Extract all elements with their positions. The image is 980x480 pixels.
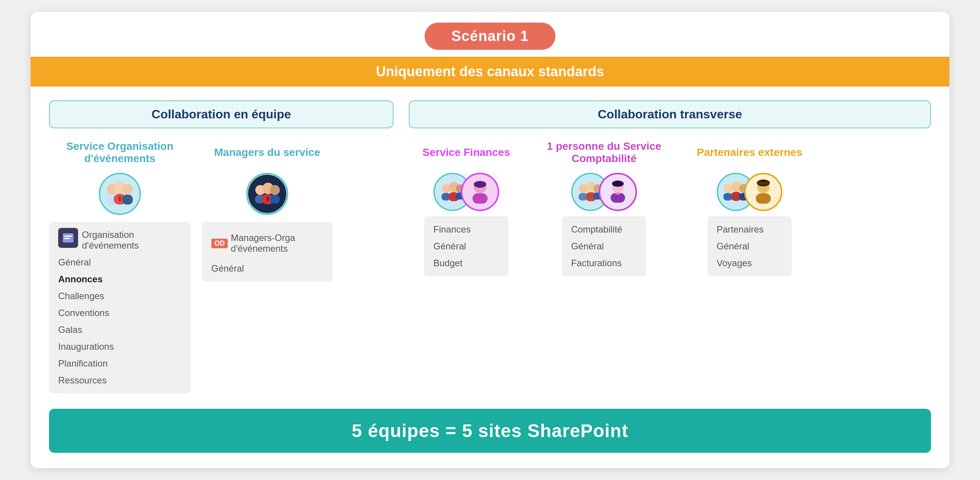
svg-point-41 <box>612 180 624 187</box>
svg-point-18 <box>270 185 280 195</box>
main-card: Scénario 1 Uniquement des canaux standar… <box>31 12 949 468</box>
team-managers: Managers du service <box>202 139 332 393</box>
channel-general-2: Général <box>211 260 323 277</box>
team-managers-title: Managers du service <box>214 139 320 166</box>
section-left: Collaboration en équipe Service Organisa… <box>49 100 394 393</box>
svg-point-30 <box>474 181 486 188</box>
channel-ressources: Ressources <box>58 372 181 389</box>
svg-rect-29 <box>472 193 488 204</box>
channel-row-org-events: Organisation d'événements <box>58 226 181 254</box>
svg-rect-17 <box>267 197 269 201</box>
svg-rect-42 <box>616 193 621 195</box>
channel-general-1: Général <box>58 254 181 271</box>
team-finances-title: Service Finances <box>423 139 510 166</box>
channel-galas: Galas <box>58 321 181 338</box>
partenaires-avatar-2 <box>744 173 782 211</box>
channel-facturations: Facturations <box>571 255 637 272</box>
svg-rect-7 <box>119 196 121 202</box>
finances-avatar-2 <box>461 173 499 211</box>
scenario-subtitle: Uniquement des canaux standards <box>31 57 949 87</box>
scenario-badge: Scénario 1 <box>425 23 555 50</box>
scenario-header: Scénario 1 Uniquement des canaux standar… <box>31 12 949 87</box>
footer-bar: 5 équipes = 5 sites SharePoint <box>49 409 931 453</box>
channel-partenaires: Partenaires <box>717 221 782 238</box>
channel-general-4: Général <box>571 238 637 255</box>
channel-comptabilite: Comptabilité <box>571 221 637 238</box>
footer-text: 5 équipes = 5 sites SharePoint <box>49 420 931 441</box>
team-comptabilite: 1 personne du ServiceComptabilité <box>539 139 669 276</box>
team-org-channels: Organisation d'événements Général Annonc… <box>49 222 191 393</box>
od-badge: OD <box>211 239 228 248</box>
svg-rect-54 <box>757 182 769 184</box>
team-partenaires-title: Partenaires externes <box>697 139 802 166</box>
main-content: Collaboration en équipe Service Organisa… <box>31 87 949 409</box>
team-partenaires: Partenaires externes <box>684 139 815 276</box>
channel-voyages: Voyages <box>717 255 782 272</box>
team-org: Service Organisationd'événements <box>49 139 191 393</box>
team-org-avatar <box>99 173 141 215</box>
svg-rect-6 <box>122 195 133 205</box>
team-managers-avatar <box>246 173 288 215</box>
finances-avatars <box>433 173 499 211</box>
section-right: Collaboration transverse Service Finance… <box>409 100 931 393</box>
right-section-title: Collaboration transverse <box>409 100 931 128</box>
team-finances: Service Finances <box>409 139 524 276</box>
channel-org-events: Organisation d'événements <box>82 226 181 254</box>
team-managers-channels: OD Managers-Orga d'événements Général <box>202 222 332 282</box>
channel-conventions: Conventions <box>58 305 181 321</box>
svg-point-5 <box>122 184 133 195</box>
separator <box>394 100 409 393</box>
svg-point-44 <box>724 184 733 193</box>
compta-channels: Comptabilité Général Facturations <box>562 216 646 276</box>
org-icon <box>58 228 78 248</box>
partenaires-channels: Partenaires Général Voyages <box>707 216 792 276</box>
svg-rect-19 <box>270 195 280 203</box>
channel-budget: Budget <box>433 255 499 272</box>
channel-general-3: Général <box>433 238 499 255</box>
channel-challenges: Challenges <box>58 288 181 305</box>
channel-finances: Finances <box>433 221 499 238</box>
partenaires-avatars <box>717 173 782 211</box>
team-comptabilite-title: 1 personne du ServiceComptabilité <box>547 139 662 166</box>
finances-channels: Finances Général Budget <box>424 216 508 276</box>
compta-avatars <box>571 173 637 211</box>
transverse-teams-row: Service Finances <box>409 139 931 276</box>
channel-managers-orga: Managers-Orga d'événements <box>231 229 323 257</box>
channel-annonces: Annonces <box>58 271 181 288</box>
team-org-title: Service Organisationd'événements <box>66 139 173 166</box>
channel-planification: Planification <box>58 355 181 372</box>
compta-avatar-2 <box>599 173 637 211</box>
svg-rect-52 <box>756 193 771 204</box>
channel-inaugurations: Inaugurations <box>58 338 181 355</box>
left-teams-row: Service Organisationd'événements <box>49 139 394 393</box>
svg-rect-11 <box>64 238 70 239</box>
left-section-title: Collaboration en équipe <box>49 100 394 128</box>
channel-general-5: Général <box>717 238 782 255</box>
svg-rect-10 <box>64 236 72 237</box>
